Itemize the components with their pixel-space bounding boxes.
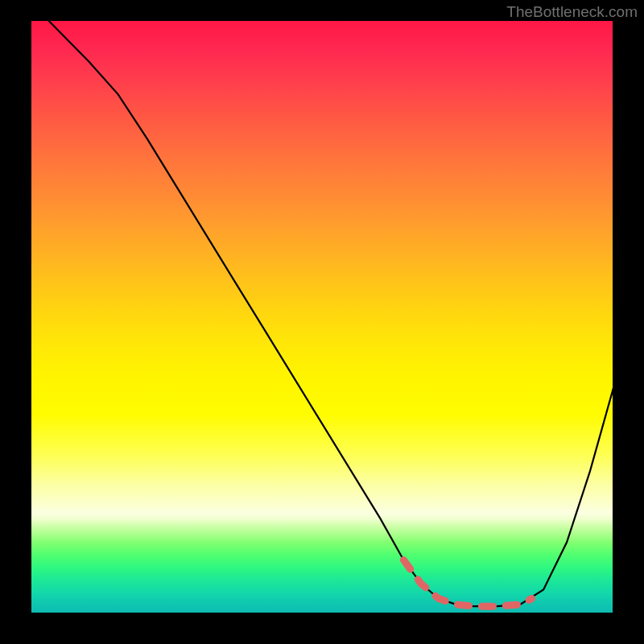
curve-line	[48, 20, 613, 606]
watermark-text: TheBottleneck.com	[506, 3, 638, 21]
chart-lines-svg	[31, 20, 613, 613]
highlight-line	[403, 560, 531, 607]
chart-plot-area	[31, 20, 613, 613]
